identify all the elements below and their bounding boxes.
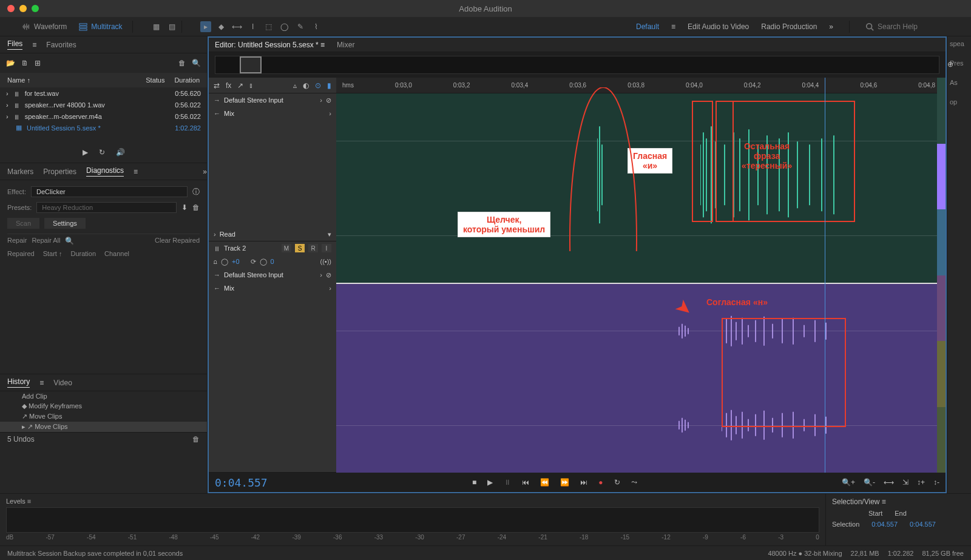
search-icon[interactable]: 🔍 bbox=[192, 59, 201, 67]
next-button[interactable]: ⏭ bbox=[580, 478, 587, 487]
preset-select[interactable]: Heavy Reduction bbox=[36, 202, 177, 213]
selection-start[interactable]: 0:04.557 bbox=[871, 521, 898, 528]
maximize-window[interactable] bbox=[32, 5, 39, 12]
menu-icon[interactable]: ≡ bbox=[671, 22, 675, 31]
prev-button[interactable]: ⏮ bbox=[522, 478, 529, 487]
track1-clip[interactable]: Гласная «и» Остальная фраза «тересный» Щ… bbox=[336, 93, 946, 283]
track1-input[interactable]: Default Stereo Input bbox=[224, 96, 316, 104]
scan-button[interactable]: Scan bbox=[7, 218, 39, 229]
overview-viewport[interactable] bbox=[240, 56, 262, 73]
repair-button[interactable]: Repair bbox=[7, 237, 27, 245]
multitrack-view-button[interactable]: Multitrack bbox=[73, 20, 128, 33]
zoom-sel-icon[interactable]: ⇲ bbox=[902, 478, 908, 487]
zoom-full-icon[interactable]: ⟷ bbox=[884, 478, 894, 487]
minimize-window[interactable] bbox=[19, 5, 27, 12]
track2-name[interactable]: Track 2 bbox=[224, 245, 278, 252]
selection-end[interactable]: 0:04.557 bbox=[910, 521, 936, 528]
diagnostics-tab[interactable]: Diagnostics bbox=[86, 166, 124, 177]
stop-button[interactable]: ■ bbox=[472, 478, 476, 487]
more-workspaces-icon[interactable]: » bbox=[829, 22, 833, 31]
history-item[interactable]: ↗ Move Clips bbox=[0, 411, 207, 422]
playhead-icon[interactable]: ⊙ bbox=[315, 81, 321, 90]
record-button[interactable]: R bbox=[308, 244, 318, 252]
track1-automation[interactable]: Read bbox=[220, 231, 324, 238]
skip-button[interactable]: ⤳ bbox=[631, 478, 637, 487]
slip-tool[interactable]: ⟷ bbox=[232, 21, 243, 32]
solo-button[interactable]: S bbox=[295, 244, 305, 252]
track2-volume[interactable]: +0 bbox=[232, 258, 240, 265]
monitor-button[interactable]: I bbox=[322, 244, 331, 252]
send-icon[interactable]: ↗ bbox=[237, 81, 243, 90]
file-row[interactable]: ›⫼for test.wav0:56.620 bbox=[0, 87, 207, 99]
properties-tab[interactable]: Properties bbox=[43, 167, 76, 176]
favorites-tab[interactable]: Favorites bbox=[46, 41, 76, 49]
new-file-icon[interactable]: 🗎 bbox=[21, 59, 29, 67]
tracks-canvas[interactable]: hms0:03,00:03,20:03,40:03,60:03,80:04,00… bbox=[336, 78, 946, 473]
track2-output[interactable]: Mix bbox=[224, 285, 325, 292]
loop-button[interactable]: ↻ bbox=[614, 478, 620, 487]
track2-input[interactable]: Default Stereo Input bbox=[224, 271, 316, 278]
file-row[interactable]: ›⫼speaker...m-observer.m4a0:56.022 bbox=[0, 110, 207, 122]
hud-icon[interactable]: ▦ bbox=[151, 21, 162, 32]
col-name[interactable]: Name ↑ bbox=[7, 76, 136, 84]
workspace-radio[interactable]: Radio Production bbox=[761, 22, 817, 31]
col-status[interactable]: Status bbox=[146, 76, 164, 84]
files-tab[interactable]: Files bbox=[7, 39, 22, 50]
editor-tab[interactable]: Editor: Untitled Session 5.sesx * ≡ bbox=[215, 41, 325, 49]
info-icon[interactable]: ⓘ bbox=[192, 187, 200, 197]
loop-icon[interactable]: ↻ bbox=[99, 148, 105, 157]
zoom-fit-icon[interactable]: ⊕ bbox=[947, 60, 953, 69]
spectral-icon[interactable]: ▤ bbox=[167, 21, 178, 32]
col-duration[interactable]: Duration bbox=[174, 76, 200, 84]
zoom-out-v-icon[interactable]: ↕- bbox=[933, 478, 939, 487]
menu-icon[interactable]: ≡ bbox=[32, 41, 36, 49]
track2-pan[interactable]: 0 bbox=[271, 258, 274, 265]
pause-button[interactable]: ⏸ bbox=[504, 478, 511, 487]
route-icon[interactable]: ⊘ bbox=[326, 96, 331, 104]
record-button[interactable]: ● bbox=[598, 478, 603, 487]
snap-icon[interactable]: ▵ bbox=[293, 81, 297, 90]
effect-select[interactable]: DeClicker bbox=[31, 186, 188, 197]
zoom-in-v-icon[interactable]: ↕+ bbox=[917, 478, 925, 487]
lasso-tool[interactable]: ◯ bbox=[279, 21, 290, 32]
markers-tab[interactable]: Markers bbox=[7, 167, 33, 176]
playhead[interactable] bbox=[825, 78, 825, 473]
history-item[interactable]: ◆ Modify Keyframes bbox=[0, 401, 207, 411]
file-row[interactable]: ›⫼speaker...rver 48000 1.wav0:56.022 bbox=[0, 99, 207, 110]
settings-button[interactable]: Settings bbox=[44, 218, 86, 229]
fx-icon[interactable]: fx bbox=[226, 81, 231, 90]
move-tool[interactable]: ▸ bbox=[200, 21, 211, 32]
forward-button[interactable]: ⏩ bbox=[560, 478, 569, 487]
clear-repaired-button[interactable]: Clear Repaired bbox=[155, 237, 200, 245]
history-item[interactable]: ▸ ↗ Move Clips bbox=[0, 422, 207, 432]
menu-icon[interactable]: ≡ bbox=[134, 167, 138, 176]
close-window[interactable] bbox=[7, 5, 15, 12]
play-button[interactable]: ▶ bbox=[487, 478, 493, 487]
mute-button[interactable]: M bbox=[282, 244, 291, 252]
workspace-edit-audio[interactable]: Edit Audio to Video bbox=[688, 22, 749, 31]
auto-play-icon[interactable]: 🔊 bbox=[116, 148, 125, 157]
save-preset-icon[interactable]: ⬇ bbox=[181, 203, 188, 212]
search-help[interactable]: Search Help bbox=[865, 22, 963, 31]
swap-icon[interactable]: ⇄ bbox=[214, 81, 220, 90]
open-file-icon[interactable]: 📂 bbox=[6, 59, 15, 67]
delete-preset-icon[interactable]: 🗑 bbox=[192, 203, 200, 212]
trash-icon[interactable]: 🗑 bbox=[192, 435, 200, 444]
time-ruler[interactable]: hms0:03,00:03,20:03,40:03,60:03,80:04,00… bbox=[336, 78, 946, 93]
brush-tool[interactable]: ✎ bbox=[295, 21, 306, 32]
mixer-tab[interactable]: Mixer bbox=[337, 41, 354, 49]
search-icon[interactable]: 🔍 bbox=[65, 237, 74, 245]
play-icon[interactable]: ▶ bbox=[83, 148, 88, 157]
marker-icon[interactable]: ▮ bbox=[327, 81, 331, 90]
add-icon[interactable]: ⊞ bbox=[35, 59, 41, 67]
more-icon[interactable]: » bbox=[203, 167, 207, 176]
track1-output[interactable]: Mix bbox=[224, 110, 325, 117]
waveform-view-button[interactable]: Waveform bbox=[16, 20, 73, 33]
repair-all-button[interactable]: Repair All bbox=[32, 237, 60, 245]
video-tab[interactable]: Video bbox=[53, 379, 72, 387]
marquee-tool[interactable]: ⬚ bbox=[263, 21, 274, 32]
ripple-icon[interactable]: ◐ bbox=[303, 81, 309, 90]
track2-clip[interactable]: Согласная «н» ➤ bbox=[336, 283, 946, 473]
overview-bar[interactable]: ⊕ bbox=[215, 56, 939, 74]
menu-icon[interactable]: ≡ bbox=[39, 379, 44, 387]
